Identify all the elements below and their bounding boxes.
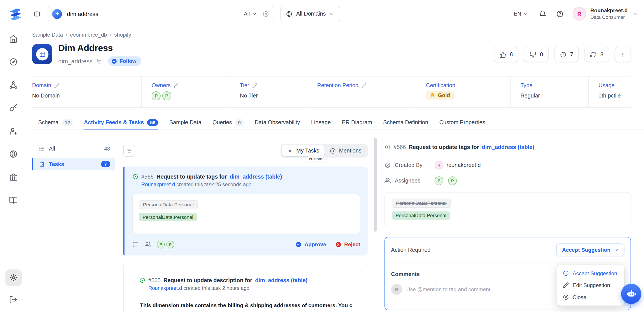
created-by-row: Created By R rounakpreet.d bbox=[384, 161, 631, 169]
task-card-565[interactable]: #565 Request to update description for d… bbox=[123, 263, 368, 312]
governance-bank-icon[interactable] bbox=[9, 173, 18, 181]
domains-label: All Domains bbox=[296, 11, 326, 17]
filter-all[interactable]: All 48 bbox=[32, 142, 115, 155]
removed-tag-chip: PersonalData:Personal bbox=[139, 200, 198, 209]
refresh-count: 3 bbox=[600, 52, 604, 58]
owner-avatar[interactable]: P bbox=[162, 91, 171, 100]
edit-circle-icon[interactable] bbox=[9, 58, 18, 66]
profile-chevron-icon[interactable] bbox=[634, 12, 638, 17]
products-graph-icon[interactable] bbox=[9, 81, 18, 89]
tab-lineage[interactable]: Lineage bbox=[311, 115, 331, 130]
edit-pencil-icon bbox=[54, 83, 59, 88]
task-assignee-avatars[interactable]: P P bbox=[157, 241, 174, 248]
tier-label[interactable]: Tier bbox=[240, 82, 307, 88]
tab-queries[interactable]: Queries0 bbox=[212, 115, 244, 130]
follow-button[interactable]: Follow bbox=[108, 56, 141, 66]
user-profile[interactable]: Rounakpreet.d Data Consumer bbox=[590, 7, 628, 20]
breadcrumb-separator: / bbox=[110, 32, 112, 38]
menu-item-close[interactable]: Close bbox=[560, 291, 622, 303]
help-icon[interactable] bbox=[556, 10, 564, 18]
assignee-avatar[interactable]: P bbox=[448, 176, 457, 185]
detail-target-link[interactable]: dim_address (table) bbox=[482, 144, 534, 150]
created-by-avatar[interactable]: R bbox=[434, 161, 443, 169]
x-circle-icon bbox=[563, 294, 569, 300]
search-input[interactable] bbox=[67, 11, 244, 17]
kebab-menu-icon bbox=[620, 51, 626, 58]
dislikes-button[interactable]: 0 bbox=[524, 47, 549, 62]
assignees-icon[interactable] bbox=[145, 241, 151, 248]
divider bbox=[385, 262, 631, 262]
language-label: EN bbox=[514, 11, 521, 17]
assignee-avatar[interactable]: P bbox=[157, 241, 165, 248]
tab-custom-properties[interactable]: Custom Properties bbox=[439, 115, 485, 130]
task-author-link[interactable]: Rounakpreet.d bbox=[148, 285, 182, 291]
notifications-bell-icon[interactable] bbox=[539, 10, 546, 18]
history-button[interactable]: 7 bbox=[554, 47, 579, 62]
main-area: Sample Data / ecommerce_db / shopify Dim… bbox=[27, 28, 644, 312]
insights-user-icon[interactable] bbox=[9, 127, 18, 135]
menu-item-edit-suggestion[interactable]: Edit Suggestion bbox=[560, 279, 622, 291]
global-search[interactable]: All bbox=[48, 6, 274, 22]
detail-tag-diff: PersonalData:Personal PersonalData.Perso… bbox=[384, 192, 631, 226]
asset-actions: 8 0 7 3 bbox=[494, 47, 631, 62]
retention-label[interactable]: Retention Period bbox=[317, 82, 416, 88]
copy-icon[interactable] bbox=[96, 58, 102, 64]
sidebar-toggle-icon[interactable] bbox=[34, 11, 40, 17]
created-by-name[interactable]: rounakpreet.d bbox=[446, 162, 481, 168]
task-author-link[interactable]: Rounakpreet.d bbox=[141, 182, 175, 188]
refresh-button[interactable]: 3 bbox=[584, 47, 609, 62]
breadcrumb-item-schema[interactable]: shopify bbox=[114, 32, 131, 38]
comment-icon[interactable] bbox=[132, 241, 139, 248]
approve-button[interactable]: Approve bbox=[296, 241, 326, 248]
filter-tasks[interactable]: Tasks 7 bbox=[32, 158, 115, 170]
feed-scrollbar[interactable] bbox=[374, 138, 376, 232]
accept-suggestion-dropdown-button[interactable]: Accept Suggestion bbox=[556, 243, 624, 256]
tab-data-observability[interactable]: Data Observability bbox=[255, 115, 300, 130]
task-card-566[interactable]: #566 Request to update tags for dim_addr… bbox=[123, 167, 368, 255]
domains-dropdown[interactable]: All Domains bbox=[280, 6, 340, 22]
reject-button[interactable]: Reject bbox=[335, 241, 360, 248]
tab-activity-feeds-tasks[interactable]: Activity Feeds & Tasks58 bbox=[84, 115, 158, 130]
search-scope-dropdown[interactable]: All bbox=[244, 11, 257, 17]
toggle-mentions[interactable]: Mentions bbox=[324, 145, 367, 157]
domain-label[interactable]: Domain bbox=[32, 82, 141, 88]
reports-book-icon[interactable] bbox=[9, 196, 18, 204]
follow-label: Follow bbox=[120, 58, 136, 64]
breadcrumb-item-connection[interactable]: Sample Data bbox=[32, 32, 63, 38]
logout-icon[interactable] bbox=[9, 295, 18, 304]
search-clear-icon[interactable] bbox=[262, 11, 269, 17]
support-chat-button[interactable] bbox=[621, 284, 641, 304]
owners-label[interactable]: Owners bbox=[152, 82, 230, 88]
more-actions-button[interactable] bbox=[614, 47, 631, 62]
usage-value: 0th pctile bbox=[598, 92, 631, 99]
web-globe-icon[interactable] bbox=[9, 150, 18, 158]
certification-badge[interactable]: Gold bbox=[426, 91, 454, 99]
filter-tasks-label: Tasks bbox=[49, 161, 64, 167]
owners-avatars[interactable]: P P bbox=[152, 91, 230, 100]
tab-schema-definition[interactable]: Schema Definition bbox=[383, 115, 428, 130]
app-logo-icon[interactable] bbox=[8, 6, 23, 21]
breadcrumb-item-database[interactable]: ecommerce_db bbox=[70, 32, 107, 38]
toggle-my-tasks[interactable]: My Tasks bbox=[282, 145, 324, 157]
suggestion-action-menu: Accept Suggestion Edit Suggestion Close bbox=[557, 265, 624, 306]
assignee-avatar[interactable]: P bbox=[434, 176, 443, 185]
feed-filter-button[interactable] bbox=[123, 145, 135, 157]
menu-item-accept-suggestion[interactable]: Accept Suggestion bbox=[560, 267, 622, 279]
task-target-link[interactable]: dim_address (table) bbox=[255, 277, 308, 283]
language-dropdown[interactable]: EN bbox=[514, 11, 528, 17]
access-key-icon[interactable] bbox=[9, 104, 18, 112]
owner-avatar[interactable]: P bbox=[152, 91, 160, 100]
home-icon[interactable] bbox=[9, 35, 18, 43]
task-meta-text: created this task 25 seconds ago bbox=[176, 182, 252, 188]
asset-technical-name: dim_address bbox=[58, 58, 92, 64]
likes-button[interactable]: 8 bbox=[494, 47, 518, 62]
assignee-avatar[interactable]: P bbox=[166, 241, 174, 248]
task-target-link[interactable]: dim_address (table) bbox=[230, 174, 282, 180]
tab-sample-data[interactable]: Sample Data bbox=[169, 115, 202, 130]
tab-schema[interactable]: Schema12 bbox=[38, 115, 73, 130]
app-root: All All Domains EN R Rounakpreet.d Data … bbox=[0, 0, 644, 312]
user-avatar[interactable]: R bbox=[573, 7, 586, 21]
edit-pencil-icon bbox=[252, 83, 257, 88]
tab-er-diagram[interactable]: ER Diagram bbox=[342, 115, 372, 130]
settings-button[interactable] bbox=[5, 269, 22, 286]
